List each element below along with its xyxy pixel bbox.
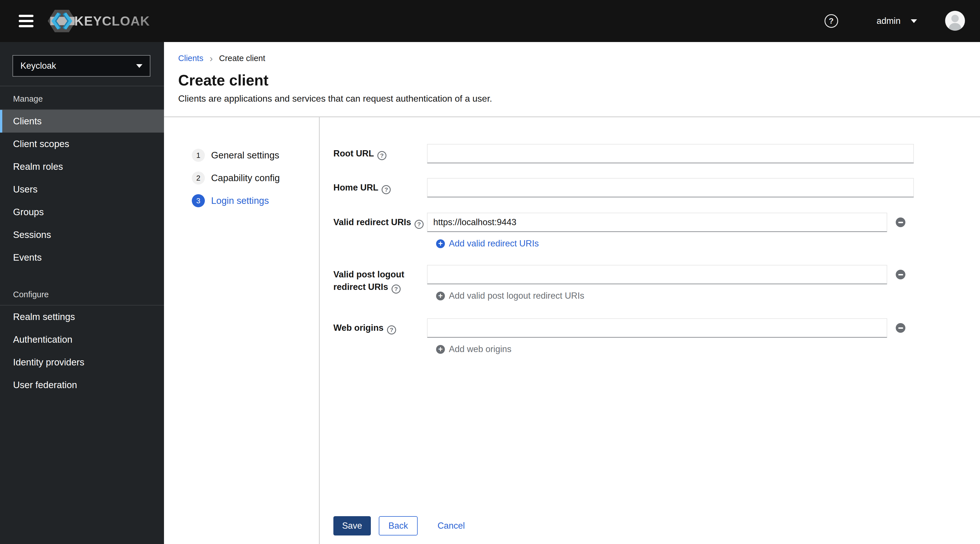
plus-circle-icon: +	[436, 345, 445, 354]
realm-selector[interactable]: Keycloak	[13, 55, 150, 77]
keycloak-logo[interactable]: KEYCLOAK	[48, 9, 150, 33]
avatar-icon	[945, 11, 965, 31]
sidebar-item-clients[interactable]: Clients	[0, 110, 164, 132]
plus-circle-icon: +	[436, 292, 445, 300]
sidebar-item-users[interactable]: Users	[0, 178, 164, 201]
valid-redirect-uri-input[interactable]	[427, 213, 887, 232]
sidebar-item-groups[interactable]: Groups	[0, 201, 164, 223]
breadcrumb: Clients › Create client	[178, 53, 966, 63]
masthead-tools: ? admin	[824, 11, 980, 32]
breadcrumb-current: Create client	[219, 54, 265, 63]
sidebar-item-events[interactable]: Events	[0, 246, 164, 269]
sidebar-item-client-scopes[interactable]: Client scopes	[0, 132, 164, 155]
step-number: 3	[192, 194, 205, 207]
add-web-origins-button: + Add web origins	[427, 344, 905, 355]
save-button[interactable]: Save	[333, 516, 371, 536]
sidebar-item-user-federation[interactable]: User federation	[0, 374, 164, 396]
form-row-root-url: Root URL?	[333, 144, 980, 163]
brand-name: KEYCLOAK	[74, 13, 150, 29]
sidebar-item-realm-settings[interactable]: Realm settings	[0, 306, 164, 328]
valid-post-logout-redirect-uri-input[interactable]	[427, 265, 887, 284]
question-circle-icon[interactable]: ?	[415, 220, 423, 229]
form-row-web-origins: Web origins? + Add web origins	[333, 318, 980, 355]
question-circle-icon[interactable]: ?	[382, 185, 391, 194]
page-description: Clients are applications and services th…	[178, 93, 966, 104]
add-valid-redirect-uris-button[interactable]: + Add valid redirect URIs	[427, 238, 905, 249]
question-circle-icon[interactable]: ?	[377, 151, 387, 160]
question-circle-icon[interactable]: ?	[387, 325, 396, 335]
wizard-step-general-settings[interactable]: 1 General settings	[192, 144, 319, 167]
masthead: KEYCLOAK ? admin	[0, 0, 980, 42]
wizard-step-login-settings[interactable]: 3 Login settings	[192, 189, 319, 212]
wizard-steps: 1 General settings 2 Capability config 3…	[164, 117, 319, 544]
breadcrumb-chevron-icon: ›	[210, 53, 213, 63]
sidebar: Keycloak Manage Clients Client scopes Re…	[0, 42, 164, 544]
sidebar-section-configure: Configure	[0, 269, 164, 305]
remove-web-origin-minus-icon[interactable]	[896, 323, 905, 333]
root-url-label: Root URL?	[333, 144, 427, 160]
back-button[interactable]: Back	[379, 516, 418, 536]
create-client-wizard: 1 General settings 2 Capability config 3…	[164, 117, 980, 544]
breadcrumb-clients-link[interactable]: Clients	[178, 54, 204, 63]
form-row-home-url: Home URL?	[333, 178, 980, 197]
web-origins-input[interactable]	[427, 318, 887, 338]
avatar[interactable]	[945, 11, 965, 32]
login-settings-form: Root URL? Home URL?	[319, 117, 980, 544]
help-icon[interactable]: ?	[824, 14, 838, 28]
nav-toggle-hamburger-icon[interactable]	[16, 12, 36, 30]
user-menu-button[interactable]: admin	[875, 16, 919, 26]
web-origins-label: Web origins?	[333, 318, 427, 335]
question-circle-icon[interactable]: ?	[391, 284, 401, 294]
sidebar-item-sessions[interactable]: Sessions	[0, 223, 164, 246]
chevron-down-icon	[136, 64, 142, 68]
wizard-footer: Save Back Cancel	[333, 516, 466, 536]
realm-selector-value: Keycloak	[21, 61, 136, 71]
username: admin	[877, 16, 900, 26]
valid-post-logout-redirect-uris-label: Valid post logout redirect URIs?	[333, 265, 427, 294]
add-valid-post-logout-redirect-uris-button: + Add valid post logout redirect URIs	[427, 290, 905, 301]
sidebar-nav-configure: Realm settings Authentication Identity p…	[0, 306, 164, 396]
plus-circle-icon: +	[436, 239, 445, 248]
page-header: Clients › Create client Create client Cl…	[164, 42, 980, 117]
sidebar-nav-manage: Clients Client scopes Realm roles Users …	[0, 110, 164, 269]
wizard-step-capability-config[interactable]: 2 Capability config	[192, 167, 319, 189]
chevron-down-icon	[911, 19, 917, 23]
remove-post-logout-uri-minus-icon[interactable]	[896, 270, 905, 279]
valid-redirect-uris-label: Valid redirect URIs?	[333, 213, 427, 229]
keycloak-hexagon-icon	[48, 9, 76, 33]
sidebar-item-authentication[interactable]: Authentication	[0, 328, 164, 351]
home-url-input[interactable]	[427, 178, 914, 197]
form-row-valid-redirect-uris: Valid redirect URIs? + Add valid redirec…	[333, 213, 980, 249]
form-row-valid-post-logout-redirect-uris: Valid post logout redirect URIs? + Add v…	[333, 265, 980, 301]
step-label: Capability config	[211, 172, 280, 183]
step-number: 2	[192, 171, 205, 185]
keycloak-admin-console: KEYCLOAK ? admin Keycloak	[0, 0, 980, 544]
step-label: Login settings	[211, 195, 269, 206]
step-number: 1	[192, 149, 205, 162]
step-label: General settings	[211, 150, 279, 161]
main-content: Clients › Create client Create client Cl…	[164, 42, 980, 544]
sidebar-item-identity-providers[interactable]: Identity providers	[0, 351, 164, 374]
page-title: Create client	[178, 72, 966, 89]
home-url-label: Home URL?	[333, 178, 427, 194]
sidebar-item-realm-roles[interactable]: Realm roles	[0, 155, 164, 178]
cancel-button[interactable]: Cancel	[436, 520, 467, 531]
root-url-input[interactable]	[427, 144, 914, 163]
remove-redirect-uri-minus-icon[interactable]	[896, 217, 905, 227]
sidebar-section-manage: Manage	[0, 86, 164, 109]
